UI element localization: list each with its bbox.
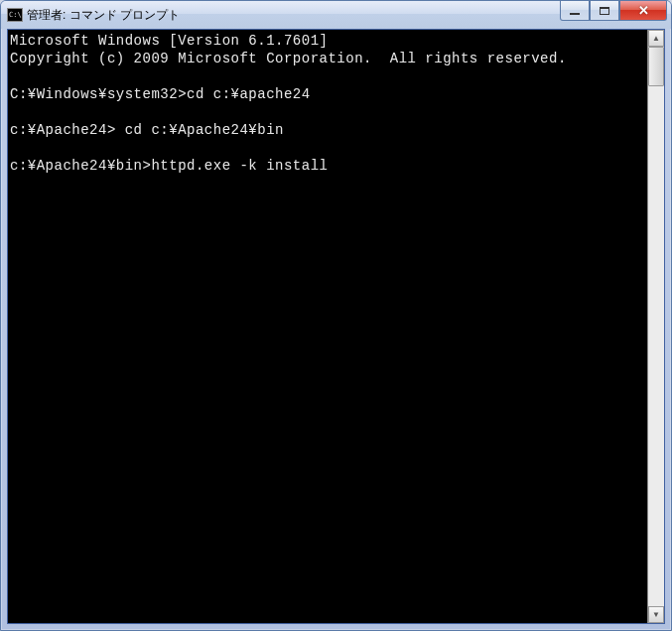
console-line: Copyright (c) 2009 Microsoft Corporation… bbox=[10, 50, 645, 67]
console-line bbox=[10, 139, 645, 157]
console-line: c:¥Apache24¥bin>httpd.exe -k install bbox=[10, 157, 645, 175]
maximize-button[interactable] bbox=[590, 1, 619, 21]
scroll-track[interactable] bbox=[648, 47, 664, 606]
scroll-down-button[interactable]: ▼ bbox=[648, 606, 664, 623]
console-line: C:¥Windows¥system32>cd c:¥apache24 bbox=[10, 85, 645, 103]
close-button[interactable]: ✕ bbox=[619, 1, 667, 21]
command-prompt-window: C:\ 管理者: コマンド プロンプト ✕ Microsoft Windows … bbox=[0, 0, 672, 631]
minimize-button[interactable] bbox=[560, 1, 590, 21]
vertical-scrollbar[interactable]: ▲ ▼ bbox=[647, 30, 664, 623]
scroll-up-button[interactable]: ▲ bbox=[648, 30, 664, 47]
close-icon: ✕ bbox=[638, 3, 649, 18]
console-line: c:¥Apache24> cd c:¥Apache24¥bin bbox=[10, 121, 645, 139]
app-icon-text: C:\ bbox=[9, 12, 22, 19]
titlebar[interactable]: C:\ 管理者: コマンド プロンプト ✕ bbox=[1, 1, 671, 29]
console-output[interactable]: Microsoft Windows [Version 6.1.7601]Copy… bbox=[8, 30, 647, 623]
console-line: Microsoft Windows [Version 6.1.7601] bbox=[10, 32, 645, 50]
console-line bbox=[10, 67, 645, 85]
app-icon: C:\ bbox=[7, 8, 23, 22]
console-line bbox=[10, 103, 645, 121]
maximize-icon bbox=[600, 7, 609, 15]
client-area: Microsoft Windows [Version 6.1.7601]Copy… bbox=[7, 29, 665, 624]
window-controls: ✕ bbox=[560, 1, 667, 21]
scroll-thumb[interactable] bbox=[648, 47, 664, 86]
minimize-icon bbox=[570, 13, 580, 15]
